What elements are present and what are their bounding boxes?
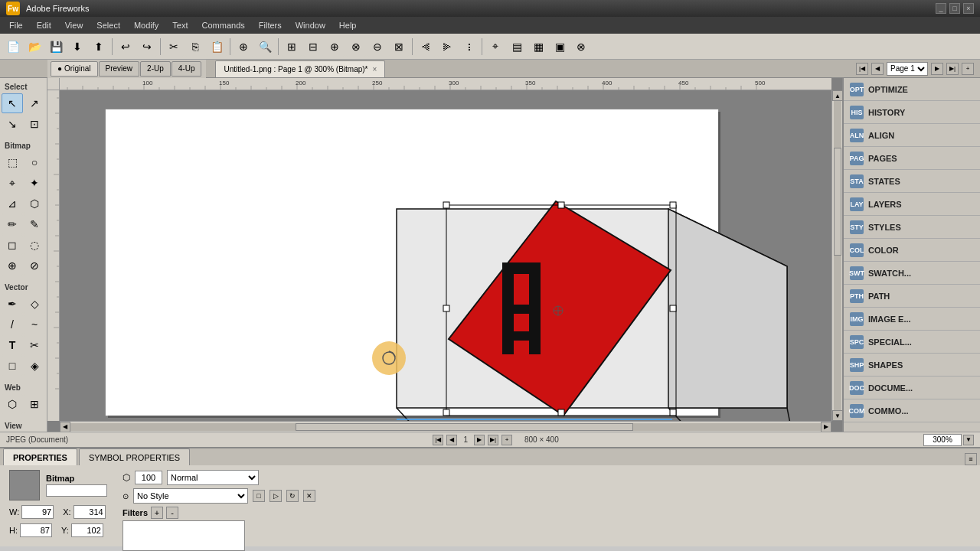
panel-image-edit[interactable]: IMG IMAGE E...	[844, 308, 980, 331]
slice-tool[interactable]: ⊞	[24, 394, 45, 414]
group-button[interactable]: ⊞	[282, 37, 302, 57]
tab-preview[interactable]: Preview	[99, 61, 140, 77]
select-behind-tool[interactable]: ↗	[24, 93, 45, 113]
export-area-tool[interactable]: ⬡	[24, 194, 45, 214]
menu-select[interactable]: Select	[90, 19, 126, 31]
pointer-tool[interactable]: ↖	[2, 93, 23, 113]
style-redefine-button[interactable]: ↻	[286, 490, 299, 502]
zoom-dropdown[interactable]: ▼	[963, 435, 974, 445]
panel-menu-button[interactable]: ≡	[965, 453, 977, 465]
hotspot-tool[interactable]: ⬡	[2, 394, 23, 414]
intersect-button[interactable]: ⊗	[346, 37, 366, 57]
style-delete-button[interactable]: ✕	[303, 490, 315, 502]
snap-button[interactable]: ⌖	[485, 37, 505, 57]
page-prev-button[interactable]: ◀	[871, 63, 884, 75]
align-center-button[interactable]: ⫸	[437, 37, 457, 57]
y-input[interactable]	[71, 523, 103, 537]
panel-history[interactable]: HIS HISTORY	[844, 101, 980, 124]
page-select[interactable]: Page 1	[887, 62, 928, 76]
panel-document[interactable]: DOC DOCUME...	[844, 377, 980, 399]
style-new-button[interactable]: □	[253, 490, 265, 502]
panel-layers[interactable]: LAY LAYERS	[844, 193, 980, 216]
close-button[interactable]: ×	[963, 3, 974, 14]
blend-mode-select[interactable]: Normal Multiply Screen Overlay	[167, 470, 259, 485]
union-button[interactable]: ⊕	[325, 37, 345, 57]
v-scrollbar[interactable]: ▲ ▼	[831, 90, 842, 421]
status-page-last[interactable]: ▶|	[488, 435, 498, 445]
page-first-button[interactable]: |◀	[856, 63, 868, 75]
tab-4up[interactable]: 4-Up	[172, 61, 202, 77]
pen-tool[interactable]: ✒	[2, 294, 23, 314]
add-page-button[interactable]: +	[962, 63, 974, 75]
punch-button[interactable]: ⊖	[368, 37, 387, 57]
pencil-tool[interactable]: ✎	[24, 214, 45, 234]
page-next-button[interactable]: ▶	[931, 63, 943, 75]
width-input[interactable]	[21, 505, 54, 519]
export-button[interactable]: ⬆	[89, 37, 109, 57]
panel-pages[interactable]: PAG PAGES	[844, 147, 980, 170]
rectangle-tool[interactable]: □	[2, 356, 23, 376]
panel-optimize[interactable]: OPT OPTIMIZE	[844, 78, 980, 101]
eraser-tool[interactable]: ◻	[2, 235, 23, 255]
page-last-button[interactable]: ▶|	[946, 63, 959, 75]
panel-shapes[interactable]: SHP SHAPES	[844, 354, 980, 377]
merge-button[interactable]: ▦	[528, 37, 548, 57]
lasso-tool[interactable]: ⌖	[2, 173, 23, 193]
transform-tool[interactable]: ⊡	[24, 114, 45, 134]
window-controls[interactable]: _ □ ×	[936, 3, 974, 14]
menu-window[interactable]: Window	[289, 19, 332, 31]
menu-file[interactable]: File	[3, 19, 29, 31]
menu-help[interactable]: Help	[333, 19, 363, 31]
line-tool[interactable]: /	[2, 315, 23, 334]
ungroup-button[interactable]: ⊟	[303, 37, 323, 57]
copy-button[interactable]: ⎘	[185, 37, 205, 57]
crop-path-button[interactable]: ⊠	[389, 37, 409, 57]
canvas-area[interactable]	[60, 90, 831, 421]
flatten-button[interactable]: ▤	[507, 37, 527, 57]
knife-tool[interactable]: ✂	[24, 335, 45, 355]
menu-modify[interactable]: Modify	[128, 19, 165, 31]
paste-button[interactable]: 📋	[207, 37, 227, 57]
status-page-next[interactable]: ▶	[474, 435, 485, 445]
panel-color[interactable]: COL COLOR	[844, 239, 980, 262]
hscroll-thumb[interactable]	[296, 423, 633, 431]
open-button[interactable]: 📂	[24, 37, 44, 57]
status-page-first[interactable]: |◀	[433, 435, 443, 445]
hscroll-right-button[interactable]: ▶	[821, 422, 831, 432]
crop-tool[interactable]: ⊿	[2, 194, 23, 214]
panel-states[interactable]: STA STATES	[844, 170, 980, 193]
tab-symbol-properties[interactable]: SYMBOL PROPERTIES	[79, 448, 190, 465]
menu-view[interactable]: View	[59, 19, 90, 31]
x-input[interactable]	[74, 505, 106, 519]
unlink-button[interactable]: ⊗	[571, 37, 591, 57]
doc-tab-close[interactable]: ×	[373, 65, 377, 73]
align-left-button[interactable]: ⫷	[416, 37, 436, 57]
freeform-tool[interactable]: ~	[24, 315, 45, 334]
maximize-button[interactable]: □	[949, 3, 960, 14]
import-button[interactable]: ⬇	[67, 37, 87, 57]
menu-text[interactable]: Text	[166, 19, 194, 31]
blur-sharpen-tool[interactable]: ◌	[24, 235, 45, 255]
panel-common[interactable]: COM COMMO...	[844, 399, 980, 422]
vscroll-track[interactable]	[834, 101, 841, 410]
save-button[interactable]: 💾	[46, 37, 66, 57]
undo-button[interactable]: ↩	[116, 37, 136, 57]
bitmap-name-input[interactable]	[46, 484, 107, 497]
h-scrollbar[interactable]: ◀ ▶	[60, 421, 831, 432]
bezigon-tool[interactable]: ◇	[24, 294, 45, 314]
new-button[interactable]: 📄	[3, 37, 23, 57]
text-tool[interactable]: T	[2, 335, 23, 355]
zoom-input[interactable]	[923, 434, 962, 446]
minimize-button[interactable]: _	[936, 3, 946, 14]
menu-filters[interactable]: Filters	[253, 19, 288, 31]
filter-remove-button[interactable]: -	[166, 507, 178, 519]
panel-swatches[interactable]: SWT SWATCH...	[844, 262, 980, 285]
magic-wand-tool[interactable]: ✦	[24, 173, 45, 193]
zoom-tool-button[interactable]: 🔍	[255, 37, 275, 57]
vscroll-down-button[interactable]: ▼	[832, 410, 842, 421]
panel-styles[interactable]: STY STYLES	[844, 216, 980, 239]
hscroll-left-button[interactable]: ◀	[60, 422, 70, 432]
hscroll-track[interactable]	[70, 423, 821, 431]
filter-add-button[interactable]: +	[151, 507, 163, 519]
status-add-page[interactable]: +	[501, 435, 512, 445]
